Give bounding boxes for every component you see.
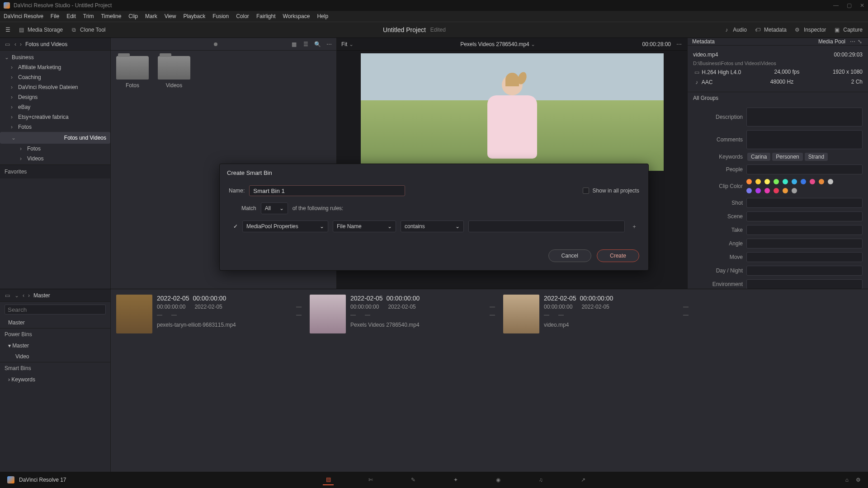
power-bin-video[interactable]: Video <box>0 351 110 362</box>
tree-item-affiliate-marketing[interactable]: ›Affiliate Marketing <box>0 62 110 72</box>
tree-item-ebay[interactable]: ›eBay <box>0 102 110 112</box>
tree-item-fotos[interactable]: ›Fotos <box>0 122 110 132</box>
home-icon[interactable]: ⌂ <box>845 477 849 483</box>
favorites-header[interactable]: Favorites <box>0 164 110 178</box>
meta-input[interactable] <box>746 108 863 127</box>
smart-bin-keywords[interactable]: › Keywords <box>0 374 110 385</box>
create-button[interactable]: Create <box>597 249 639 262</box>
meta-input[interactable] <box>746 211 863 221</box>
video-frame[interactable] <box>361 53 664 171</box>
rule-value-input[interactable] <box>468 221 625 232</box>
show-all-checkbox[interactable] <box>583 188 589 194</box>
filter-dot-icon[interactable] <box>214 42 217 46</box>
folder-fotos[interactable]: Fotos <box>116 56 149 89</box>
cancel-button[interactable]: Cancel <box>548 249 591 262</box>
menu-davinci-resolve[interactable]: DaVinci Resolve <box>4 13 43 19</box>
clip-color-swatch[interactable] <box>810 179 815 184</box>
meta-input[interactable] <box>746 252 863 262</box>
deliver-page-button[interactable]: ↗ <box>578 474 589 485</box>
nav-back-icon[interactable]: ‹ <box>14 41 16 47</box>
meta-input[interactable] <box>746 279 863 289</box>
tree-item-business[interactable]: ⌄Business <box>0 52 110 62</box>
menu-fairlight[interactable]: Fairlight <box>256 13 276 19</box>
clip-thumbnail[interactable] <box>310 295 346 333</box>
panel-toggle-icon[interactable]: ▭ <box>4 292 11 299</box>
tree-item-etsy-creative-fabrica[interactable]: ›Etsy+creative fabrica <box>0 112 110 122</box>
tree-item-fotos[interactable]: ›Fotos <box>0 144 110 154</box>
clip-color-swatch[interactable] <box>792 188 797 193</box>
expand-icon[interactable]: ⤡ <box>856 38 863 45</box>
meta-input[interactable] <box>746 266 863 276</box>
fusion-page-button[interactable]: ✦ <box>450 474 461 485</box>
capture-button[interactable]: ▣Capture <box>833 26 863 33</box>
clip-card[interactable]: 2022-02-05 00:00:00:0000:00:00:002022-02… <box>503 295 689 333</box>
folder-videos[interactable]: Videos <box>158 56 190 89</box>
more-icon[interactable]: ⋯ <box>326 41 333 48</box>
tree-item-davinci-resolve-dateien[interactable]: ›DaVinci Resolve Dateien <box>0 82 110 92</box>
menu-workspace[interactable]: Workspace <box>283 13 310 19</box>
clip-color-swatch[interactable] <box>819 179 824 184</box>
clip-color-swatch[interactable] <box>783 188 788 193</box>
meta-input[interactable] <box>746 239 863 249</box>
viewer-more-icon[interactable]: ⋯ <box>675 41 683 48</box>
media-storage-button[interactable]: ▤ Media Storage <box>18 26 63 33</box>
metadata-panel-button[interactable]: 🏷Metadata <box>754 26 787 33</box>
fairlight-page-button[interactable]: ♫ <box>535 474 546 485</box>
chevron-down-icon[interactable]: ⌄ <box>14 292 19 299</box>
clip-color-swatch[interactable] <box>746 179 752 184</box>
audio-panel-button[interactable]: ♪Audio <box>723 26 747 33</box>
meta-input[interactable] <box>746 130 863 149</box>
nav-back-icon[interactable]: ‹ <box>23 292 24 299</box>
power-bins-header[interactable]: Power Bins <box>0 328 110 340</box>
smart-bin-name-input[interactable] <box>249 185 405 196</box>
add-rule-button[interactable]: ＋ <box>629 221 639 231</box>
clip-color-swatch[interactable] <box>755 179 761 184</box>
bin-master[interactable]: Master <box>0 317 110 328</box>
menu-clip[interactable]: Clip <box>128 13 138 19</box>
settings-icon[interactable]: ⚙ <box>856 477 861 483</box>
clip-thumbnail[interactable] <box>116 295 152 333</box>
viewer-clip-name[interactable]: Pexels Videos 2786540.mp4 ⌄ <box>358 41 638 47</box>
clip-color-swatch[interactable] <box>755 188 761 193</box>
minimize-icon[interactable]: — <box>833 2 839 9</box>
maximize-icon[interactable]: ▢ <box>847 2 852 9</box>
edit-page-button[interactable]: ✎ <box>408 474 419 485</box>
tree-item-videos[interactable]: ›Videos <box>0 154 110 164</box>
clip-color-swatch[interactable] <box>764 188 770 193</box>
cut-page-button[interactable]: ✄ <box>365 474 376 485</box>
keyword-chip[interactable]: Strand <box>805 153 828 161</box>
clip-color-swatch[interactable] <box>801 179 806 184</box>
viewer-timecode[interactable]: 00:00:28:00 <box>642 41 671 47</box>
clip-card[interactable]: 2022-02-05 00:00:00:0000:00:00:002022-02… <box>310 295 495 333</box>
rule-property-dropdown[interactable]: MediaPool Properties⌄ <box>242 221 328 232</box>
nav-fwd-icon[interactable]: › <box>28 292 30 299</box>
search-icon[interactable]: 🔍 <box>314 41 321 48</box>
more-icon[interactable]: ⋯ <box>849 38 856 45</box>
bin-search-input[interactable] <box>5 305 106 314</box>
media-page-button[interactable]: ▤ <box>323 474 334 485</box>
zoom-fit-dropdown[interactable]: Fit ⌄ <box>341 41 354 47</box>
meta-input[interactable] <box>746 225 863 235</box>
clip-card[interactable]: 2022-02-05 00:00:00:0000:00:00:002022-02… <box>116 295 302 333</box>
panel-toggle-icon[interactable]: ▭ <box>4 41 11 48</box>
rule-field-dropdown[interactable]: File Name⌄ <box>333 221 396 232</box>
menu-trim[interactable]: Trim <box>83 13 94 19</box>
menu-edit[interactable]: Edit <box>66 13 76 19</box>
clip-color-swatch[interactable] <box>792 179 797 184</box>
clip-color-swatch[interactable] <box>746 188 752 193</box>
rule-operator-dropdown[interactable]: contains⌄ <box>401 221 464 232</box>
clip-color-swatch[interactable] <box>764 179 770 184</box>
clip-color-swatch[interactable] <box>774 188 779 193</box>
tree-item-coaching[interactable]: ›Coaching <box>0 72 110 82</box>
color-page-button[interactable]: ◉ <box>493 474 504 485</box>
menu-view[interactable]: View <box>165 13 176 19</box>
smart-bins-header[interactable]: Smart Bins <box>0 362 110 374</box>
menu-playback[interactable]: Playback <box>183 13 205 19</box>
meta-group-dropdown[interactable]: All Groups <box>688 92 868 104</box>
metadata-mode[interactable]: Media Pool <box>818 38 845 45</box>
clip-color-swatch[interactable] <box>774 179 779 184</box>
close-icon[interactable]: ✕ <box>860 2 864 9</box>
meta-input[interactable] <box>746 198 863 208</box>
menu-mark[interactable]: Mark <box>145 13 157 19</box>
clip-thumbnail[interactable] <box>503 295 539 333</box>
